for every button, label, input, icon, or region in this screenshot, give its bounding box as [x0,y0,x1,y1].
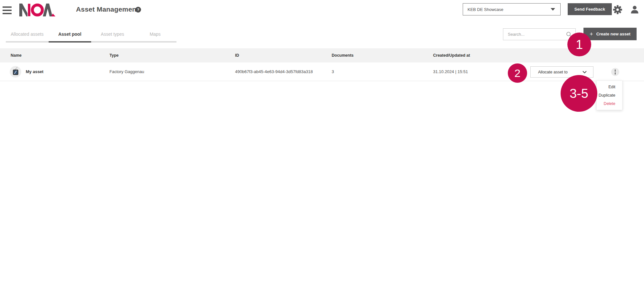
device-photo-icon [10,66,21,78]
cell-asset-id: 490b67f3-ab45-4e63-94d4-3d57fd83a318 [235,62,313,81]
menu-item-duplicate[interactable]: Duplicate [597,91,622,99]
create-new-asset-button[interactable]: + Create new asset [583,28,637,40]
cell-asset-name: My asset [26,62,43,81]
column-header-id: ID [235,48,239,62]
create-new-asset-label: Create new asset [596,32,630,36]
table-header: Name Type ID Documents Created/Updated a… [0,48,644,62]
organization-selector-value: KEB DE Showcase [468,7,551,12]
organization-selector[interactable]: KEB DE Showcase [463,3,561,15]
column-header-documents: Documents [332,48,354,62]
allocate-asset-dropdown-label: Allocate asset to [538,70,582,74]
help-icon[interactable]: ? [135,7,141,13]
tab-maps[interactable]: Maps [134,29,177,43]
tab-allocated-assets[interactable]: Allocated assets [6,29,49,43]
caret-down-icon [551,8,555,11]
hamburger-menu-icon[interactable] [3,6,12,15]
cell-created-updated: 31.10.2024 | 15:51 [433,62,468,81]
column-header-created-updated: Created/Updated at [433,48,470,62]
tab-bar: Allocated assets Asset pool Asset types … [6,29,176,43]
plus-icon: + [590,31,593,37]
asset-thumbnail [10,66,21,78]
noa-logo [19,4,55,18]
top-bar: Asset Management ? KEB DE Showcase Send … [0,0,644,20]
annotation-badge-2: 2 [508,63,527,83]
row-actions-menu: Edit Duplicate Delete [596,80,622,110]
menu-item-edit[interactable]: Edit [597,83,622,91]
chevron-down-icon [582,71,587,73]
table-row: My asset Factory Gaggenau 490b67f3-ab45-… [0,62,644,81]
tab-asset-pool[interactable]: Asset pool [49,29,91,43]
search-box [503,28,576,40]
menu-item-delete[interactable]: Delete [597,99,622,108]
annotation-badge-1: 1 [567,33,591,56]
person-icon [630,5,639,14]
page-title: Asset Management [76,5,139,13]
send-feedback-button[interactable]: Send Feedback [568,3,612,15]
column-header-name: Name [11,48,22,62]
tab-asset-types[interactable]: Asset types [91,29,134,43]
noa-logo-graphic [19,4,55,16]
user-account-button[interactable] [630,5,639,15]
annotation-badge-3-5: 3-5 [561,75,597,112]
cell-documents-count: 3 [332,62,334,81]
cell-asset-type: Factory Gaggenau [109,62,144,81]
row-actions-kebab-button[interactable] [611,68,619,76]
gear-icon [613,5,622,14]
search-input[interactable] [503,29,561,40]
settings-button[interactable] [613,5,622,15]
column-header-type: Type [109,48,118,62]
